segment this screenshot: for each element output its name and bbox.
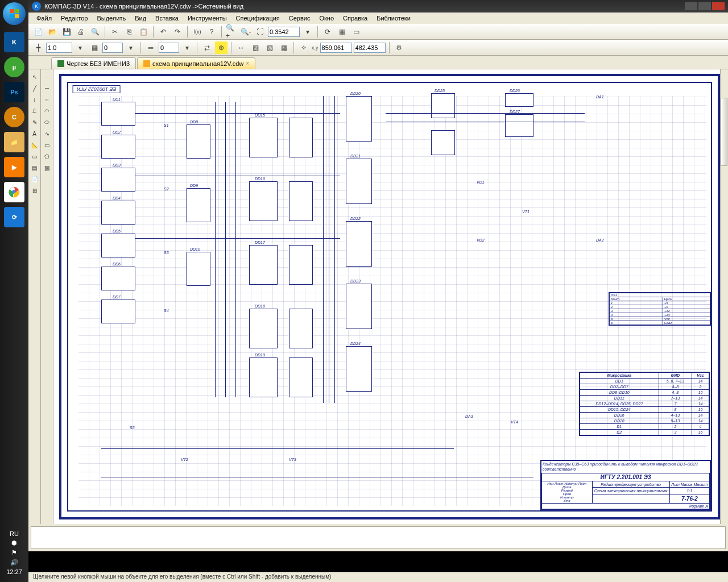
- style-input[interactable]: [159, 43, 179, 53]
- tool-circle[interactable]: ○: [42, 94, 52, 105]
- svg-rect-1: [15, 9, 19, 13]
- zoom-input[interactable]: [268, 27, 300, 37]
- taskbar-mediaplayer-icon[interactable]: ▶: [4, 157, 24, 177]
- zoom-out-button[interactable]: 🔍-: [239, 26, 252, 38]
- tool-cursor[interactable]: ↖: [30, 72, 40, 82]
- refresh-button[interactable]: ⟳: [321, 26, 334, 38]
- scale-dropdown[interactable]: ▾: [74, 41, 86, 54]
- clock[interactable]: 12:27: [0, 568, 28, 575]
- hatch-button[interactable]: ▨: [249, 41, 262, 54]
- menu-libs[interactable]: Библиотеки: [373, 14, 414, 23]
- menu-help[interactable]: Справка: [340, 14, 371, 23]
- menu-tools[interactable]: Инструменты: [184, 14, 230, 23]
- taskbar-utorrent-icon[interactable]: µ: [4, 57, 24, 77]
- menu-edit[interactable]: Редактор: [57, 14, 91, 23]
- menu-window[interactable]: Окно: [316, 14, 337, 23]
- save-button[interactable]: 💾: [60, 26, 73, 38]
- zoom-in-button[interactable]: 🔍+: [225, 26, 238, 38]
- taskbar-app-icon[interactable]: ⟳: [4, 207, 24, 227]
- left-toolbar-1: ↖ ╱ ↕ ℒ ✎ A 📐 ▭ ▤ 📄 ⊞: [28, 69, 41, 524]
- tool-hatch[interactable]: ▨: [42, 163, 52, 173]
- language-indicator[interactable]: RU: [0, 530, 28, 537]
- tool-measure[interactable]: 📐: [30, 140, 40, 150]
- menu-insert[interactable]: Вставка: [152, 14, 182, 23]
- toolbar-secondary: ┿ ▾ ▦ ▾ ═ ▾ ⇄ ⊕ ↔ ▨ ▧ ▩ ✧ x,y ⚙: [28, 40, 728, 56]
- misc-button[interactable]: ⚙: [393, 41, 406, 54]
- tool-dim[interactable]: ↕: [30, 94, 40, 105]
- hatch3-button[interactable]: ▩: [278, 41, 290, 54]
- tool-arc[interactable]: ◠: [42, 106, 52, 116]
- vertical-scrollbar[interactable]: [720, 69, 728, 524]
- dim-button[interactable]: ↔: [235, 41, 247, 54]
- start-button[interactable]: [3, 2, 26, 25]
- property-panel[interactable]: [31, 526, 726, 549]
- tab-untitled[interactable]: Чертеж БЕЗ ИМЕНИ3: [51, 57, 136, 69]
- print-button[interactable]: 🖨: [75, 26, 87, 38]
- tool-var-button[interactable]: f(x): [191, 26, 204, 38]
- cut-button[interactable]: ✂: [109, 26, 121, 38]
- step-dropdown[interactable]: ▾: [125, 41, 137, 54]
- menu-file[interactable]: Файл: [33, 14, 55, 23]
- tool-line[interactable]: ╱: [30, 83, 40, 93]
- ortho-button[interactable]: ⇄: [201, 41, 213, 54]
- tool-edit[interactable]: ✎: [30, 117, 40, 127]
- svg-rect-2: [10, 14, 14, 18]
- scale-input[interactable]: [46, 43, 72, 53]
- tool-polygon[interactable]: ⬠: [42, 151, 52, 161]
- coord-y-input[interactable]: [354, 43, 386, 53]
- grid-button[interactable]: ▦: [88, 41, 101, 54]
- copy-button[interactable]: ⎘: [123, 26, 135, 38]
- minimize-button[interactable]: [685, 2, 697, 10]
- windows-taskbar: K µ Ps C 📁 ▶ ⟳ RU ⬢ ⚑ 🔊 12:27: [0, 0, 28, 582]
- zoom-fit-button[interactable]: ⛶: [254, 26, 266, 38]
- hatch2-button[interactable]: ▧: [263, 41, 276, 54]
- open-button[interactable]: 📂: [46, 26, 59, 38]
- close-button[interactable]: [712, 2, 725, 10]
- close-icon[interactable]: ×: [246, 60, 249, 66]
- tray-nvidia-icon[interactable]: ⬢: [0, 539, 28, 547]
- taskbar-explorer-icon[interactable]: 📁: [4, 132, 24, 152]
- menu-service[interactable]: Сервис: [286, 14, 314, 23]
- workspace: ↖ ╱ ↕ ℒ ✎ A 📐 ▭ ▤ 📄 ⊞ · ─ ○ ◠ ⬭ ∿ ▭ ⬠ ▨: [28, 69, 728, 524]
- taskbar-photoshop-icon[interactable]: Ps: [4, 82, 24, 102]
- menu-select[interactable]: Выделить: [93, 14, 129, 23]
- preview-button[interactable]: 🔍: [89, 26, 101, 38]
- frame-button[interactable]: ▭: [350, 26, 362, 38]
- taskbar-kompas-icon[interactable]: K: [4, 32, 24, 52]
- linestyle-button[interactable]: ═: [144, 41, 157, 54]
- drawing-canvas[interactable]: ЕЕ 1001022 ЛГИ DD1 DD2 DD3 DD4 DD5 DD6 D…: [53, 69, 728, 524]
- tool-help-button[interactable]: ?: [205, 26, 218, 38]
- tray-flag-icon[interactable]: ⚑: [0, 549, 28, 556]
- zoom-dropdown-icon[interactable]: ▾: [301, 26, 314, 38]
- title-app: КОМПАС-3D V14: [44, 3, 94, 10]
- tool-param[interactable]: A: [30, 128, 40, 139]
- taskbar-ccleaner-icon[interactable]: C: [4, 107, 24, 127]
- redo-button[interactable]: ↷: [171, 26, 184, 38]
- maximize-button[interactable]: [698, 2, 711, 10]
- tool-spec[interactable]: ▤: [30, 163, 40, 173]
- tool-rect[interactable]: ▭: [42, 140, 52, 150]
- tool-spline[interactable]: ∿: [42, 128, 52, 139]
- tool-insert[interactable]: ⊞: [30, 185, 40, 196]
- new-button[interactable]: 📄: [32, 26, 44, 38]
- tool-text[interactable]: ℒ: [30, 106, 40, 116]
- tool-report[interactable]: 📄: [30, 174, 40, 184]
- tool-segment[interactable]: ─: [42, 83, 52, 93]
- snap2-button[interactable]: ⊕: [215, 41, 228, 54]
- paste-button[interactable]: 📋: [137, 26, 150, 38]
- tool-point[interactable]: ·: [42, 72, 52, 82]
- layers-button[interactable]: ▦: [336, 26, 348, 38]
- taskbar-chrome-icon[interactable]: [4, 182, 24, 202]
- menu-view[interactable]: Вид: [131, 14, 150, 23]
- tool-select[interactable]: ▭: [30, 151, 40, 161]
- snap-button[interactable]: ┿: [32, 41, 44, 54]
- menu-spec[interactable]: Спецификация: [233, 14, 283, 23]
- tool-ellipse[interactable]: ⬭: [42, 117, 52, 127]
- undo-button[interactable]: ↶: [157, 26, 169, 38]
- tray-volume-icon[interactable]: 🔊: [0, 559, 28, 566]
- style-dropdown[interactable]: ▾: [181, 41, 193, 54]
- tab-schematic[interactable]: схема принципиальная12V.cdw ×: [137, 57, 255, 69]
- coord-x-input[interactable]: [320, 43, 352, 53]
- step-input[interactable]: [102, 43, 123, 53]
- coord-mode-button[interactable]: ✧: [297, 41, 310, 54]
